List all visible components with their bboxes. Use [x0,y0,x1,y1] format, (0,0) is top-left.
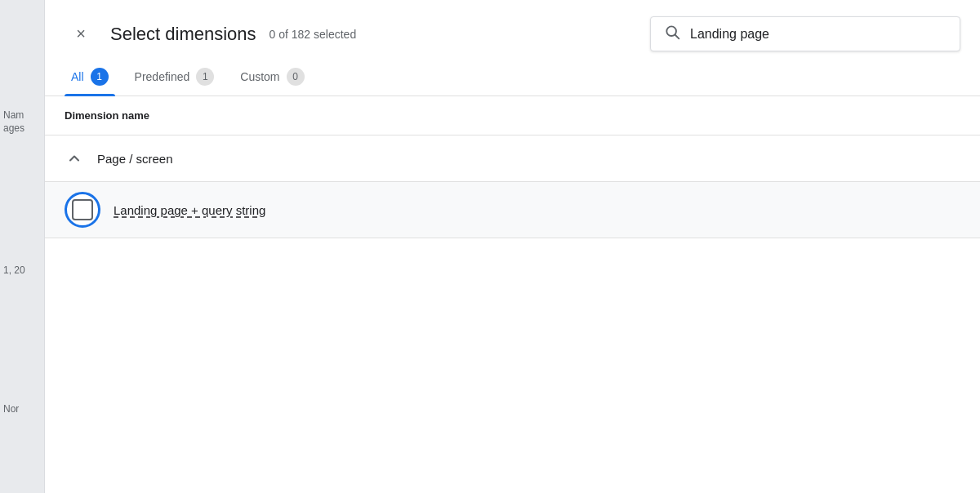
modal-title: Select dimensions [110,24,256,45]
tab-predefined-badge: 1 [196,68,214,86]
dimension-name-column-header: Dimension name [65,109,149,122]
svg-line-1 [675,35,679,39]
search-icon [664,24,680,44]
chevron-up-icon[interactable] [65,149,84,168]
tab-all-label: All [71,70,84,83]
tab-custom[interactable]: Custom 0 [234,58,310,95]
checkbox-inner-icon [72,199,93,220]
tab-predefined[interactable]: Predefined 1 [128,58,221,95]
tab-all-badge: 1 [91,68,109,86]
sidebar-label-3: Nor [0,400,45,420]
select-dimensions-modal: × Select dimensions 0 of 182 selected Al… [45,0,980,493]
modal-header: × Select dimensions 0 of 182 selected [45,0,980,51]
dimension-row-landing-page[interactable]: Landing page + query string [45,182,980,238]
header-left: × Select dimensions 0 of 182 selected [65,18,356,51]
selection-count: 0 of 182 selected [270,28,357,41]
dimension-label-landing-page: Landing page + query string [114,203,265,217]
sidebar-label-1: Nam ages [0,106,45,138]
dimension-checkbox-landing-page[interactable] [65,192,100,228]
search-input[interactable] [690,27,947,42]
tab-custom-label: Custom [240,70,279,83]
tabs-container: All 1 Predefined 1 Custom 0 [45,58,980,96]
sidebar-panel: Nam ages 1, 20 Nor [0,0,45,493]
group-header-page-screen[interactable]: Page / screen [45,135,980,182]
search-box [650,16,960,51]
tab-custom-badge: 0 [287,68,305,86]
close-button[interactable]: × [65,18,97,51]
table-header: Dimension name [45,96,980,135]
tab-predefined-label: Predefined [135,70,190,83]
tab-all[interactable]: All 1 [65,58,115,95]
group-name-page-screen: Page / screen [97,152,173,166]
sidebar-label-2: 1, 20 [0,261,45,281]
